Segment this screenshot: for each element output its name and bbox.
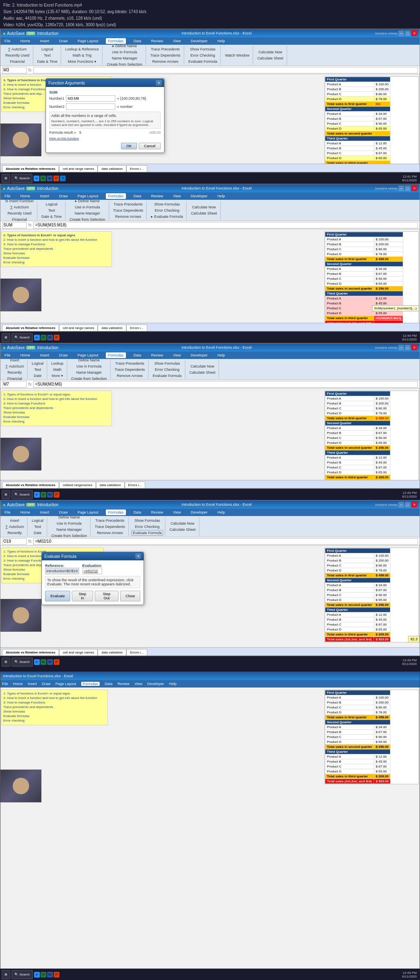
tab-review-2[interactable]: Review (148, 193, 166, 199)
autosave-toggle-2[interactable]: OFF (26, 187, 35, 190)
autosave-toggle-1[interactable]: OFF (26, 32, 35, 35)
tab-help-3[interactable]: Help (215, 352, 228, 358)
name-mgr-btn-4[interactable]: Name Manager (55, 527, 83, 532)
dialog-cancel-btn-1[interactable]: Cancel (139, 143, 161, 149)
tab-draw-1[interactable]: Draw (57, 38, 70, 44)
dialog-help-link-1[interactable]: Help on this function (49, 137, 79, 140)
sheet-tab-cell-1[interactable]: cell and range names (59, 165, 98, 172)
use-formula-btn-1[interactable]: Use in Formula (110, 49, 139, 55)
start-btn-1[interactable]: ⊞ (2, 174, 10, 183)
close-btn-3[interactable]: ✕ (411, 345, 417, 350)
name-manager-btn-2[interactable]: Name Manager (73, 210, 102, 216)
step-out-btn-4[interactable]: Step Out (95, 591, 119, 601)
sheet-tab-abs-3[interactable]: Absolute vs Relative references (2, 482, 59, 488)
taskbar-excel-icon-1[interactable]: X (40, 176, 46, 181)
sheet-tab-data-3[interactable]: data validation (96, 482, 125, 488)
trace-dep-btn-3[interactable]: Trace Dependents (113, 367, 147, 372)
math-btn-3[interactable]: Math (52, 367, 63, 372)
close-dialog-btn-4[interactable]: Close (120, 591, 140, 601)
cell-ref-input-4[interactable] (2, 538, 27, 545)
btab-draw[interactable]: Draw (42, 682, 50, 686)
calc-now-btn-1[interactable]: Calculate Now (257, 49, 284, 55)
tab-review-3[interactable]: Review (148, 352, 166, 358)
start-btn-4[interactable]: ⊞ (2, 658, 10, 667)
excel-icon-final[interactable]: X (41, 972, 46, 978)
sheet-tab-data-2[interactable]: data validation (98, 324, 126, 331)
text-btn-4[interactable]: Text (32, 524, 43, 530)
show-formulas-btn-1[interactable]: Show Formulas (188, 46, 217, 52)
text-btn-1[interactable]: Text (42, 53, 52, 58)
use-formula-btn-2[interactable]: Use in Formula (73, 204, 102, 210)
search-btn-3[interactable]: 🔍 Search (11, 490, 33, 499)
tab-developer-2[interactable]: Developer (188, 193, 210, 199)
search-btn-2[interactable]: 🔍 Search (11, 333, 33, 342)
edge-icon-4[interactable]: e (34, 659, 40, 665)
excel-icon-4[interactable]: X (41, 659, 46, 665)
btab-pagelayout[interactable]: Page Layout (55, 682, 76, 686)
evaluate-btn-1[interactable]: Evaluate Formula (187, 59, 219, 64)
sheet-tab-abs-1[interactable]: Absolute vs Relative references (2, 165, 59, 172)
tab-view-3[interactable]: View (171, 352, 183, 358)
maximize-btn-3[interactable]: □ (405, 345, 411, 350)
tab-formulas-3[interactable]: Formulas (106, 352, 126, 358)
recently-btn-4[interactable]: Recently (6, 530, 23, 536)
btab-home[interactable]: Home (13, 682, 23, 686)
insert-btn-4[interactable]: Insert (8, 518, 21, 523)
date-btn-2[interactable]: Date & Time (40, 214, 64, 219)
dialog-close-btn-1[interactable]: ✕ (156, 80, 162, 86)
cell-ref-input-3[interactable] (2, 381, 27, 388)
tab-formulas-4[interactable]: Formulas (106, 509, 126, 515)
cell-ref-input-1[interactable] (2, 67, 27, 73)
lookup-btn-1[interactable]: Lookup & Reference (64, 46, 100, 52)
date-btn-4[interactable]: Date (32, 530, 43, 536)
minimize-btn-4[interactable]: ─ (398, 502, 404, 507)
btab-data[interactable]: Data (105, 682, 112, 686)
show-formulas-btn-4[interactable]: Show Formulas (133, 518, 162, 523)
minimize-btn-2[interactable]: ─ (398, 185, 404, 191)
calc-now-btn-4[interactable]: Calculate Now (169, 521, 196, 526)
logical-btn-1[interactable]: Logical (40, 46, 55, 52)
close-btn-1[interactable]: ✕ (411, 30, 417, 36)
tab-developer-4[interactable]: Developer (188, 509, 210, 515)
recently-btn-3[interactable]: Recently (6, 370, 23, 375)
logical-btn-3[interactable]: Logical (30, 361, 45, 366)
tab-insert-4[interactable]: Insert (38, 509, 52, 515)
tab-draw-3[interactable]: Draw (57, 352, 70, 358)
lookup-btn-3[interactable]: Lookup (50, 361, 65, 366)
evaluate-formula-dialog-4[interactable]: Evaluate Formula ✕ Reference: Introducti… (41, 552, 144, 605)
tab-data-4[interactable]: Data (131, 509, 144, 515)
insert-func-btn-2[interactable]: fx Insert Function (4, 198, 35, 204)
ppt-icon-2[interactable]: P (54, 335, 59, 340)
remove-arrows-btn-4[interactable]: Remove Arrows (95, 530, 125, 536)
sheet-tab-data-1[interactable]: data validation (98, 165, 126, 172)
tab-review-4[interactable]: Review (148, 509, 166, 515)
btab-view[interactable]: View (135, 682, 142, 686)
use-formula-btn-3[interactable]: Use in Formula (75, 363, 103, 369)
tab-insert-1[interactable]: Insert (38, 38, 52, 44)
autosave-toggle-3[interactable]: OFF (26, 346, 35, 350)
sheet-tab-errors-3[interactable]: Errors i... (125, 482, 145, 488)
dialog-ok-btn-1[interactable]: OK (121, 143, 137, 149)
evaluate-btn-4[interactable]: Evaluate Formula (131, 530, 164, 536)
tab-data-2[interactable]: Data (131, 193, 144, 199)
taskbar-edge-icon-1[interactable]: e (34, 176, 39, 181)
define-btn-4[interactable]: Define Name (57, 514, 82, 520)
evaluate-btn-3[interactable]: Evaluate Formula (151, 373, 183, 379)
tab-home-4[interactable]: Home (18, 509, 33, 515)
tab-help-1[interactable]: Help (215, 38, 228, 44)
autosum-btn-1[interactable]: ∑ AutoSum (7, 46, 28, 52)
text-btn-3[interactable]: Text (32, 367, 43, 372)
minimize-btn-3[interactable]: ─ (398, 345, 404, 350)
show-formulas-btn-2[interactable]: Show Formulas (153, 201, 182, 207)
error-check-btn-4[interactable]: Error Checking (133, 524, 161, 530)
maximize-btn-1[interactable]: □ (405, 30, 411, 36)
autosum-btn-4[interactable]: ∑ AutoSum (4, 524, 25, 530)
start-btn-final[interactable]: ⊞ (2, 970, 10, 979)
minimize-btn-1[interactable]: ─ (398, 30, 404, 36)
btab-review[interactable]: Review (117, 682, 130, 686)
word-icon-4[interactable]: W (47, 659, 53, 665)
taskbar-teams-icon-1[interactable]: T (60, 176, 66, 181)
define-name-btn-1[interactable]: ▸ Define Name (111, 43, 139, 49)
start-btn-3[interactable]: ⊞ (2, 490, 10, 499)
eval-dialog-close-4[interactable]: ✕ (135, 553, 141, 559)
